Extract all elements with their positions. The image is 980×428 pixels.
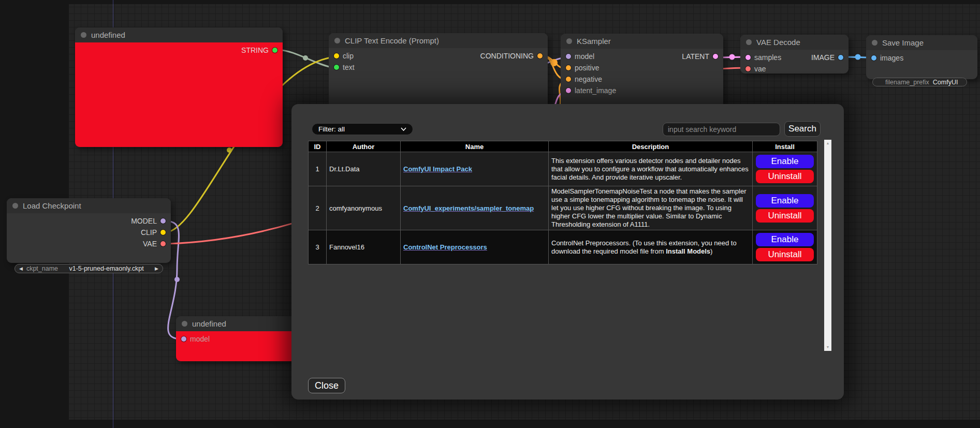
input-pin-samples[interactable] bbox=[745, 55, 751, 60]
table-scrollbar[interactable]: ▲ ▼ bbox=[824, 140, 831, 351]
input-pin-text[interactable] bbox=[334, 65, 339, 70]
extension-id: 1 bbox=[309, 152, 327, 186]
node-title: KSampler bbox=[577, 37, 611, 46]
node-title-bar[interactable]: Load Checkpoint bbox=[7, 198, 171, 213]
uninstall-button[interactable]: Uninstall bbox=[756, 170, 814, 183]
extension-author: comfyanonymous bbox=[327, 186, 401, 230]
increment-arrow-icon[interactable]: ▶ bbox=[155, 267, 158, 271]
wire-dot bbox=[174, 277, 180, 282]
extension-row: 2comfyanonymousComfyUI_experiments/sampl… bbox=[309, 186, 817, 230]
collapse-dot-icon[interactable] bbox=[334, 38, 340, 43]
extension-description: This extension offers various detector n… bbox=[549, 152, 753, 186]
node-title: CLIP Text Encode (Prompt) bbox=[345, 36, 439, 45]
enable-button[interactable]: Enable bbox=[756, 233, 814, 246]
input-slot-vae: vae bbox=[745, 65, 766, 73]
output-slot-vae: VAE bbox=[143, 240, 166, 248]
wire-dot bbox=[729, 54, 735, 60]
column-header-id: ID bbox=[309, 141, 327, 152]
collapse-dot-icon[interactable] bbox=[81, 32, 86, 38]
extensions-table-container: IDAuthorNameDescriptionInstall 1Dr.Lt.Da… bbox=[308, 141, 831, 351]
node-title-bar[interactable]: CLIP Text Encode (Prompt) bbox=[329, 33, 548, 48]
node-vae-decode: VAE Decode samples IMAGE vae bbox=[740, 35, 849, 73]
output-slot-latent: LATENT bbox=[682, 52, 718, 61]
input-pin-negative[interactable] bbox=[566, 77, 571, 82]
extension-manager-dialog: Filter: all Search IDAuthorNameDescripti… bbox=[291, 104, 844, 400]
output-slot-image: IMAGE bbox=[811, 53, 843, 62]
input-pin-latent-image[interactable] bbox=[566, 88, 571, 93]
wire-dot bbox=[303, 55, 308, 61]
node-title-bar[interactable]: undefined bbox=[75, 27, 283, 42]
ckpt-name-widget[interactable]: ◀ ckpt_name v1-5-pruned-emaonly.ckpt ▶ bbox=[14, 264, 163, 273]
node-title: Load Checkpoint bbox=[23, 201, 81, 210]
node-save-image: Save Image images filename_prefix ComfyU… bbox=[866, 35, 977, 79]
input-pin-vae[interactable] bbox=[745, 66, 751, 71]
extension-author: Fannovel16 bbox=[327, 230, 401, 264]
extension-install-cell: EnableUninstall bbox=[753, 186, 817, 230]
node-title: undefined bbox=[91, 31, 125, 39]
graph-canvas[interactable]: undefined STRING CLIP Text Encode (Promp… bbox=[0, 0, 980, 428]
input-pin-model[interactable] bbox=[181, 336, 186, 342]
extension-row: 1Dr.Lt.DataComfyUI Impact PackThis exten… bbox=[309, 152, 817, 186]
column-header-install: Install bbox=[753, 141, 817, 152]
output-pin-model[interactable] bbox=[160, 218, 166, 224]
scroll-up-icon[interactable]: ▲ bbox=[826, 140, 830, 147]
output-pin-image[interactable] bbox=[838, 55, 843, 60]
input-slot-samples: samples bbox=[745, 53, 781, 62]
output-pin-clip[interactable] bbox=[160, 230, 166, 235]
collapse-dot-icon[interactable] bbox=[12, 203, 18, 209]
extension-id: 3 bbox=[309, 230, 327, 264]
node-title-bar[interactable]: KSampler bbox=[561, 34, 723, 49]
output-pin-conditioning[interactable] bbox=[537, 53, 543, 58]
output-slot-conditioning: CONDITIONING bbox=[480, 52, 543, 60]
extension-name-cell: ComfyUI Impact Pack bbox=[401, 152, 549, 186]
extension-description: ModelSamplerTonemapNoiseTest a node that… bbox=[549, 186, 753, 230]
node-ksampler: KSampler model LATENT positive bbox=[561, 34, 723, 109]
uninstall-button[interactable]: Uninstall bbox=[756, 209, 814, 223]
uninstall-button[interactable]: Uninstall bbox=[756, 248, 814, 261]
wire-dot bbox=[227, 147, 232, 153]
input-pin-images[interactable] bbox=[871, 55, 876, 61]
input-slot-model: model bbox=[181, 335, 210, 343]
collapse-dot-icon[interactable] bbox=[566, 38, 572, 44]
filter-select[interactable]: Filter: all bbox=[312, 123, 413, 135]
scroll-down-icon[interactable]: ▼ bbox=[826, 344, 830, 351]
collapse-dot-icon[interactable] bbox=[872, 40, 877, 46]
extension-install-cell: EnableUninstall bbox=[753, 230, 817, 264]
wire-dot bbox=[550, 59, 558, 66]
node-load-checkpoint: Load Checkpoint MODEL CLIP VAE bbox=[7, 198, 171, 263]
extension-link[interactable]: ControlNet Preprocessors bbox=[403, 243, 487, 251]
table-header-row: IDAuthorNameDescriptionInstall bbox=[309, 141, 817, 152]
node-title: Save Image bbox=[882, 38, 924, 47]
node-title: VAE Decode bbox=[756, 38, 800, 47]
collapse-dot-icon[interactable] bbox=[746, 39, 752, 45]
extension-link[interactable]: ComfyUI_experiments/sampler_tonemap bbox=[403, 204, 534, 212]
enable-button[interactable]: Enable bbox=[756, 194, 814, 208]
node-body: MODEL CLIP VAE ◀ ckpt_name v1-5-pruned-e… bbox=[7, 213, 171, 263]
column-header-description: Description bbox=[549, 141, 753, 152]
node-body: samples IMAGE vae bbox=[740, 50, 849, 73]
input-slot-negative: negative bbox=[566, 75, 602, 83]
filename-prefix-widget[interactable]: filename_prefix ComfyUI bbox=[872, 78, 967, 86]
extension-id: 2 bbox=[309, 186, 327, 230]
close-button[interactable]: Close bbox=[308, 378, 345, 393]
node-title-bar[interactable]: Save Image bbox=[866, 35, 977, 50]
input-pin-model[interactable] bbox=[566, 54, 571, 59]
node-title-bar[interactable]: VAE Decode bbox=[740, 35, 849, 50]
extension-link[interactable]: ComfyUI Impact Pack bbox=[403, 165, 472, 173]
node-body: images filename_prefix ComfyUI bbox=[866, 50, 977, 79]
output-pin-vae[interactable] bbox=[160, 241, 166, 246]
input-pin-clip[interactable] bbox=[334, 53, 339, 58]
node-body: model LATENT positive negative bbox=[561, 49, 723, 109]
input-pin-positive[interactable] bbox=[566, 65, 571, 70]
decrement-arrow-icon[interactable]: ◀ bbox=[19, 267, 23, 271]
node-undefined-top: undefined STRING bbox=[75, 27, 283, 147]
node-title: undefined bbox=[192, 319, 226, 328]
collapse-dot-icon[interactable] bbox=[182, 321, 187, 327]
node-body: STRING bbox=[75, 42, 283, 147]
enable-button[interactable]: Enable bbox=[756, 155, 814, 168]
search-button[interactable]: Search bbox=[784, 121, 821, 137]
output-pin-string[interactable] bbox=[272, 48, 277, 53]
search-input[interactable] bbox=[663, 123, 780, 136]
output-pin-latent[interactable] bbox=[713, 54, 718, 59]
input-slot-images: images bbox=[871, 54, 903, 62]
